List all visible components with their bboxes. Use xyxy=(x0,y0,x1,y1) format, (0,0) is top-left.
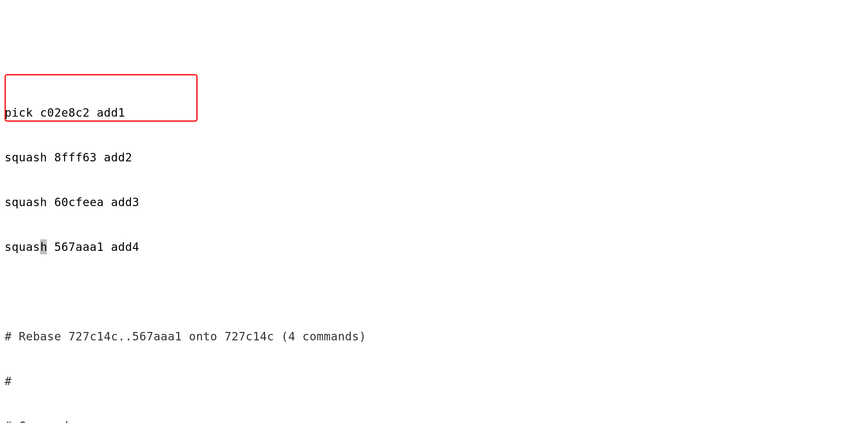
commit-line-highlighted-cursor[interactable]: squashh 567aaa1 add4 xyxy=(5,239,863,254)
commit-line-highlighted[interactable]: squash 60cfeea add3 xyxy=(5,195,863,210)
text-after-cursor: 567aaa1 add4 xyxy=(47,240,139,254)
text-before-cursor: squas xyxy=(5,240,40,254)
comment-line[interactable]: # xyxy=(5,374,863,389)
commit-line[interactable]: pick c02e8c2 add1 xyxy=(5,105,863,120)
commit-line-highlighted[interactable]: squash 8fff63 add2 xyxy=(5,150,863,165)
comment-line[interactable]: # Rebase 727c14c..567aaa1 onto 727c14c (… xyxy=(5,329,863,344)
comment-line[interactable]: # Commands: xyxy=(5,418,863,423)
blank-line[interactable] xyxy=(5,284,863,299)
git-rebase-editor[interactable]: pick c02e8c2 add1 squash 8fff63 add2 squ… xyxy=(5,60,863,423)
text-cursor: h xyxy=(40,239,47,254)
